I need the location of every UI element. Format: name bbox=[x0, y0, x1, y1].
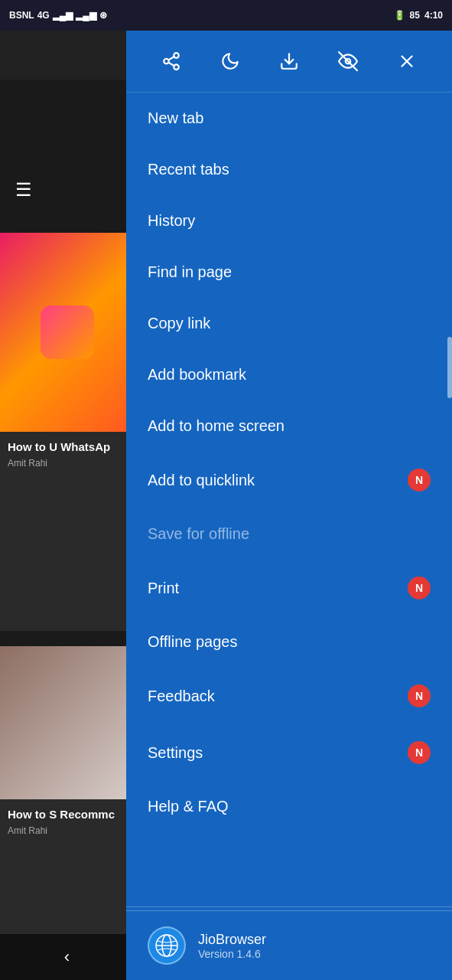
settings-badge: N bbox=[408, 741, 431, 764]
signal2-icon: ▂▄▆ bbox=[76, 10, 96, 21]
menu-item-find-in-page[interactable]: Find in page bbox=[126, 247, 452, 298]
browser-name-label: JioBrowser bbox=[198, 932, 266, 948]
menu-item-save-for-offline-label: Save for offline bbox=[148, 525, 249, 543]
svg-line-4 bbox=[168, 57, 174, 60]
night-mode-button[interactable] bbox=[213, 44, 247, 78]
menu-item-settings-label: Settings bbox=[148, 744, 203, 762]
menu-item-copy-link[interactable]: Copy link bbox=[126, 298, 452, 349]
menu-item-save-for-offline[interactable]: Save for offline bbox=[126, 508, 452, 560]
bg-card2-title: How to S Recommc bbox=[8, 807, 126, 822]
browser-menu: New tab Recent tabs History Find in page… bbox=[126, 31, 452, 980]
menu-item-settings[interactable]: Settings N bbox=[126, 724, 452, 781]
bg-card-1: How to U WhatsAp Amit Rahi bbox=[0, 233, 134, 631]
menu-item-print[interactable]: Print N bbox=[126, 560, 452, 616]
browser-version-label: Version 1.4.6 bbox=[198, 948, 266, 960]
bottom-navigation: ‹ bbox=[0, 934, 134, 980]
menu-item-recent-tabs[interactable]: Recent tabs bbox=[126, 144, 452, 195]
bg-card1-title: How to U WhatsAp bbox=[8, 439, 126, 455]
bg-card1-author: Amit Rahi bbox=[8, 458, 126, 469]
status-bar-right: 🔋 85 4:10 bbox=[394, 10, 443, 21]
incognito-icon bbox=[338, 51, 358, 71]
bg-card2-image bbox=[0, 646, 134, 799]
network-label: 4G bbox=[37, 10, 50, 21]
incognito-button[interactable] bbox=[331, 44, 365, 78]
menu-item-help-faq-label: Help & FAQ bbox=[148, 798, 229, 815]
share-icon bbox=[161, 51, 181, 71]
menu-item-recent-tabs-label: Recent tabs bbox=[148, 161, 229, 178]
menu-item-help-faq[interactable]: Help & FAQ bbox=[126, 781, 452, 832]
svg-line-3 bbox=[168, 63, 174, 66]
signal-icon: ▂▄▆ bbox=[53, 10, 73, 21]
bg-card-2: How to S Recommc Amit Rahi bbox=[0, 646, 134, 937]
menu-icon-toolbar bbox=[126, 31, 452, 93]
status-bar: BSNL 4G ▂▄▆ ▂▄▆ ⊛ 🔋 85 4:10 bbox=[0, 0, 452, 31]
carrier-label: BSNL bbox=[9, 10, 34, 21]
share-button[interactable] bbox=[154, 44, 188, 78]
menu-item-add-to-quicklink[interactable]: Add to quicklink N bbox=[126, 452, 452, 508]
menu-item-add-bookmark-label: Add bookmark bbox=[148, 366, 246, 384]
menu-item-copy-link-label: Copy link bbox=[148, 315, 210, 332]
scroll-indicator bbox=[447, 337, 452, 398]
menu-item-history-label: History bbox=[148, 212, 195, 230]
menu-items-list: New tab Recent tabs History Find in page… bbox=[126, 93, 452, 903]
browser-info: JioBrowser Version 1.4.6 bbox=[198, 932, 266, 960]
quicklink-badge: N bbox=[408, 469, 431, 492]
menu-item-add-to-quicklink-label: Add to quicklink bbox=[148, 472, 255, 489]
menu-item-new-tab-label: New tab bbox=[148, 109, 203, 127]
menu-item-new-tab[interactable]: New tab bbox=[126, 93, 452, 144]
status-bar-left: BSNL 4G ▂▄▆ ▂▄▆ ⊛ bbox=[9, 10, 107, 21]
browser-logo-icon bbox=[148, 926, 186, 965]
menu-item-offline-pages[interactable]: Offline pages bbox=[126, 616, 452, 668]
menu-item-feedback[interactable]: Feedback N bbox=[126, 668, 452, 724]
clock: 4:10 bbox=[424, 10, 443, 21]
menu-footer: JioBrowser Version 1.4.6 bbox=[126, 910, 452, 980]
menu-item-history[interactable]: History bbox=[126, 195, 452, 247]
bg-card1-thumbnail bbox=[41, 305, 94, 359]
jiobrowser-logo-svg bbox=[154, 933, 179, 958]
download-button[interactable] bbox=[272, 44, 306, 78]
menu-divider bbox=[126, 906, 452, 907]
menu-item-add-bookmark[interactable]: Add bookmark bbox=[126, 349, 452, 400]
menu-item-add-to-home-screen-label: Add to home screen bbox=[148, 417, 285, 435]
close-button[interactable] bbox=[390, 44, 424, 78]
battery-level: 85 bbox=[410, 10, 420, 21]
print-badge: N bbox=[408, 577, 431, 599]
background-content: ☰ How to U WhatsAp Amit Rahi How to S Re… bbox=[0, 80, 134, 980]
battery-icon: 🔋 bbox=[394, 10, 405, 21]
hamburger-icon: ☰ bbox=[15, 179, 32, 201]
menu-item-print-label: Print bbox=[148, 580, 179, 597]
bg-card2-author: Amit Rahi bbox=[8, 825, 126, 836]
menu-item-feedback-label: Feedback bbox=[148, 688, 215, 705]
bg-card2-body: How to S Recommc Amit Rahi bbox=[0, 799, 134, 844]
night-mode-icon bbox=[220, 51, 240, 71]
menu-item-find-in-page-label: Find in page bbox=[148, 263, 232, 281]
close-icon bbox=[397, 51, 417, 71]
menu-item-offline-pages-label: Offline pages bbox=[148, 633, 238, 651]
menu-item-add-to-home-screen[interactable]: Add to home screen bbox=[126, 400, 452, 452]
wifi-icon: ⊛ bbox=[99, 10, 107, 21]
bg-card1-body: How to U WhatsAp Amit Rahi bbox=[0, 432, 134, 476]
bg-card1-image bbox=[0, 233, 134, 432]
back-button[interactable]: ‹ bbox=[64, 947, 70, 967]
feedback-badge: N bbox=[408, 684, 431, 707]
download-icon bbox=[279, 51, 299, 71]
